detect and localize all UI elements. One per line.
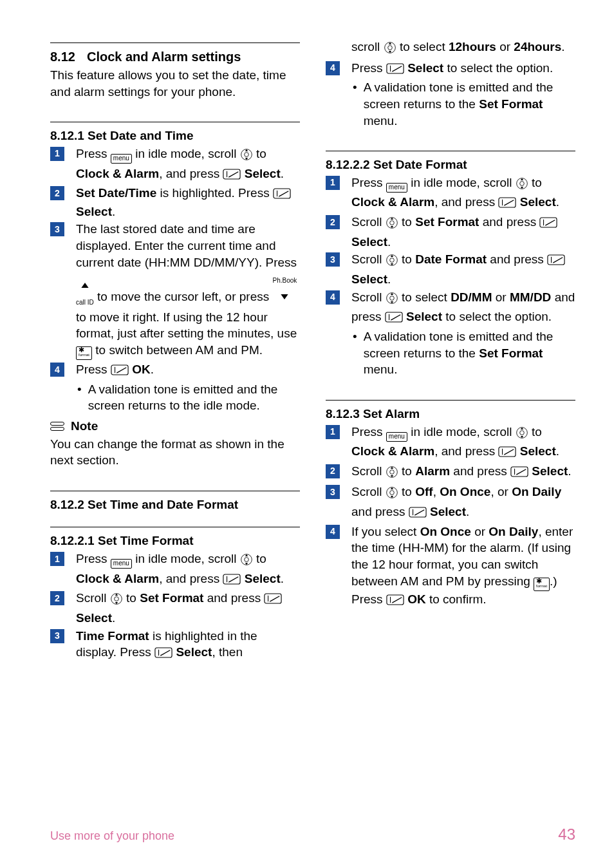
step: 2 Set Date/Time is highlighted. Press Se… (50, 185, 300, 220)
step-number-badge: 4 (326, 61, 340, 75)
note-label: Note (71, 418, 98, 435)
subsection-heading: 8.12.2 Set Time and Date Format (50, 496, 300, 513)
step-number-badge: 3 (326, 485, 340, 499)
bullet-dot-icon: • (77, 381, 82, 398)
bullet: • A validation tone is emitted and the s… (351, 328, 575, 378)
step-number-badge: 2 (50, 186, 64, 200)
softkey-icon (498, 196, 516, 212)
step-number-badge: 1 (326, 176, 340, 190)
nav-key-icon (386, 466, 398, 483)
nav-key-icon (240, 148, 253, 165)
step-number-badge: 1 (50, 147, 64, 161)
menu-key-icon: menu (386, 432, 407, 442)
nav-key-icon (110, 592, 123, 610)
note-text: You can change the format as shown in th… (50, 436, 300, 469)
section-title: Clock and Alarm settings (87, 48, 241, 66)
nav-key-icon (384, 41, 396, 59)
step-number-badge: 4 (326, 525, 340, 539)
step-text: Press menu in idle mode, scroll to Clock… (76, 551, 300, 589)
step: 1 Press menu in idle mode, scroll to Clo… (50, 146, 300, 184)
subsection-heading: 8.12.2.1 Set Time Format (50, 533, 300, 549)
step: 2 Scroll to Set Format and press Select. (50, 590, 300, 626)
subsection-heading: 8.12.2.2 Set Date Format (326, 156, 575, 173)
step: 4 Press OK. • A validation tone is emitt… (50, 361, 300, 414)
section-heading: 8.12 Clock and Alarm settings (50, 48, 300, 66)
step-text: Time Format is highlighted in the displa… (76, 628, 300, 663)
subsection-heading: 8.12.1 Set Date and Time (50, 127, 300, 144)
step-text: If you select On Once or On Daily, enter… (351, 524, 575, 610)
step-number-badge: 2 (326, 464, 340, 478)
step-number-badge: 2 (326, 215, 340, 229)
softkey-icon (547, 253, 565, 270)
softkey-icon (223, 167, 241, 184)
nav-key-icon (386, 216, 398, 234)
softkey-icon (385, 310, 403, 327)
softkey-icon (510, 465, 528, 482)
step-text: Scroll to select DD/MM or MM/DD and pres… (351, 289, 575, 378)
step-text: Scroll to Set Format and press Select. (351, 214, 575, 250)
section-number: 8.12 (50, 48, 75, 66)
subsection-heading: 8.12.3 Set Alarm (326, 406, 575, 422)
section-intro: This feature allows you to set the date,… (50, 67, 300, 100)
step: 1 Press menu in idle mode, scroll to Clo… (326, 424, 575, 462)
menu-key-icon: menu (111, 559, 132, 569)
step-number-badge: 3 (50, 629, 64, 643)
softkey-icon (409, 505, 427, 522)
step-number-badge: 1 (50, 552, 64, 566)
step-text: Press OK. • A validation tone is emitted… (76, 361, 300, 414)
nav-key-icon (516, 177, 528, 194)
step-text: Scroll to Set Format and press Select. (76, 590, 300, 626)
footer-section-title: Use more of your phone (50, 828, 174, 844)
star-key-icon: ✱ format (76, 346, 92, 360)
bullet-dot-icon: • (353, 328, 357, 345)
step-number-badge: 1 (326, 425, 340, 439)
menu-key-icon: menu (111, 154, 132, 164)
step: 4 Scroll to select DD/MM or MM/DD and pr… (326, 289, 575, 378)
down-key-icon: Ph.Book (273, 270, 297, 303)
nav-key-icon (516, 426, 528, 444)
step-text: Press menu in idle mode, scroll to Clock… (76, 146, 300, 184)
bullet-dot-icon: • (353, 79, 357, 96)
softkey-icon (111, 363, 129, 380)
nav-key-icon (240, 553, 253, 571)
softkey-icon (498, 445, 516, 462)
step: 3 The last stored date and time are disp… (50, 221, 300, 359)
softkey-icon (539, 216, 557, 232)
continuation-text: scroll to select 12hours or 24hours. (326, 39, 575, 59)
step-text: Scroll to Date Format and press Select. (351, 251, 575, 287)
softkey-icon (223, 572, 241, 589)
page-footer: Use more of your phone 43 (50, 824, 575, 845)
step-number-badge: 3 (50, 222, 64, 236)
step-text: Set Date/Time is highlighted. Press Sele… (76, 185, 300, 220)
nav-key-icon (386, 486, 398, 504)
menu-key-icon: menu (386, 183, 407, 193)
nav-key-icon (386, 292, 398, 309)
step-number-badge: 4 (50, 363, 64, 377)
step: 3 Time Format is highlighted in the disp… (50, 628, 300, 663)
step-text: Press Select to select the option. • A v… (351, 60, 575, 129)
step: 4 If you select On Once or On Daily, ent… (326, 524, 575, 610)
bullet: • A validation tone is emitted and the s… (76, 381, 300, 414)
step-number-badge: 4 (326, 290, 340, 305)
softkey-icon (273, 187, 291, 203)
step-text: Press menu in idle mode, scroll to Clock… (351, 175, 575, 212)
step: 1 Press menu in idle mode, scroll to Clo… (50, 551, 300, 589)
note-icon (50, 420, 64, 432)
step-text: Scroll to Alarm and press Select. (351, 463, 575, 483)
step: 3 Scroll to Date Format and press Select… (326, 251, 575, 287)
bullet: • A validation tone is emitted and the s… (351, 79, 575, 129)
softkey-icon (386, 62, 404, 79)
step-text: The last stored date and time are displa… (76, 221, 300, 359)
page-number: 43 (558, 824, 575, 845)
step: 3 Scroll to Off, On Once, or On Daily an… (326, 484, 575, 522)
star-key-icon: ✱ format (534, 578, 550, 591)
step-number-badge: 3 (326, 252, 340, 267)
step-text: Scroll to Off, On Once, or On Daily and … (351, 484, 575, 522)
softkey-icon (386, 593, 404, 610)
up-key-icon: call ID (76, 276, 94, 308)
softkey-icon (264, 592, 282, 609)
step: 2 Scroll to Set Format and press Select. (326, 214, 575, 250)
step: 4 Press Select to select the option. • A… (326, 60, 575, 129)
softkey-icon (154, 646, 172, 663)
step: 1 Press menu in idle mode, scroll to Clo… (326, 175, 575, 212)
